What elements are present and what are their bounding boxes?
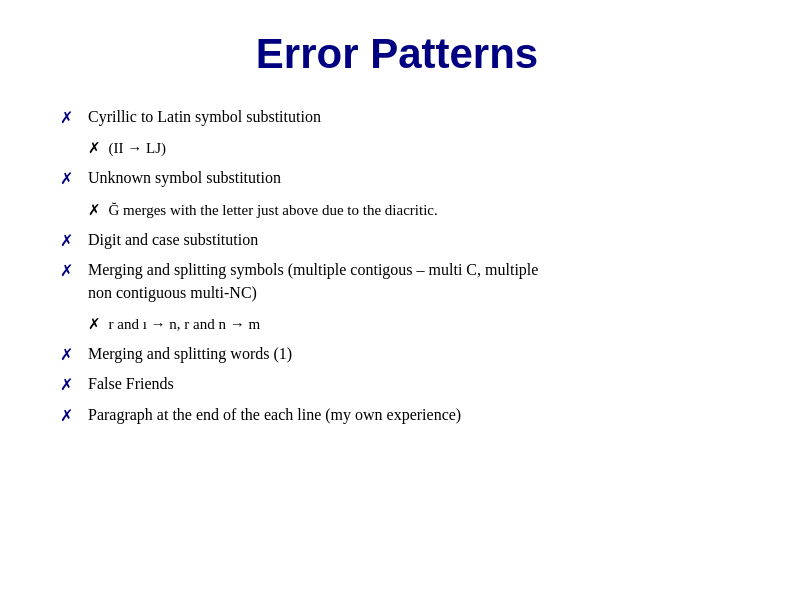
content-area: ✗ Cyrillic to Latin symbol substitution … xyxy=(60,106,734,430)
bullet-icon: ✗ xyxy=(60,406,78,425)
slide: Error Patterns ✗ Cyrillic to Latin symbo… xyxy=(0,0,794,595)
sub-bullet-text: ✗ r and ı → n, r and n → m xyxy=(88,314,260,335)
list-item: ✗ Merging and splitting symbols (multipl… xyxy=(60,259,734,304)
bullet-continuation: non contiguous multi-NC) xyxy=(88,282,538,304)
bullet-icon: ✗ xyxy=(60,375,78,394)
bullet-text: Paragraph at the end of the each line (m… xyxy=(88,404,461,426)
list-item: ✗ Ğ merges with the letter just above du… xyxy=(88,200,734,221)
bullet-text: Merging and splitting words (1) xyxy=(88,343,292,365)
slide-title: Error Patterns xyxy=(60,30,734,78)
sub-bullet-text: ✗ Ğ merges with the letter just above du… xyxy=(88,200,438,221)
list-item: ✗ Unknown symbol substitution xyxy=(60,167,734,189)
bullet-text: Merging and splitting symbols (multiple … xyxy=(88,259,538,281)
sub-bullet-text: ✗ (ΙΙ → LJ) xyxy=(88,138,166,159)
list-item: ✗ False Friends xyxy=(60,373,734,395)
bullet-text: Cyrillic to Latin symbol substitution xyxy=(88,106,321,128)
bullet-icon: ✗ xyxy=(60,231,78,250)
list-item: ✗ Digit and case substitution xyxy=(60,229,734,251)
bullet-icon: ✗ xyxy=(60,108,78,127)
bullet-text: Unknown symbol substitution xyxy=(88,167,281,189)
list-item: ✗ Paragraph at the end of the each line … xyxy=(60,404,734,426)
list-item: ✗ r and ı → n, r and n → m xyxy=(88,314,734,335)
list-item: ✗ (ΙΙ → LJ) xyxy=(88,138,734,159)
bullet-icon: ✗ xyxy=(60,261,78,280)
bullet-icon: ✗ xyxy=(60,169,78,188)
bullet-text: Digit and case substitution xyxy=(88,229,258,251)
list-item: ✗ Merging and splitting words (1) xyxy=(60,343,734,365)
bullet-text: False Friends xyxy=(88,373,174,395)
bullet-icon: ✗ xyxy=(60,345,78,364)
list-item: ✗ Cyrillic to Latin symbol substitution xyxy=(60,106,734,128)
